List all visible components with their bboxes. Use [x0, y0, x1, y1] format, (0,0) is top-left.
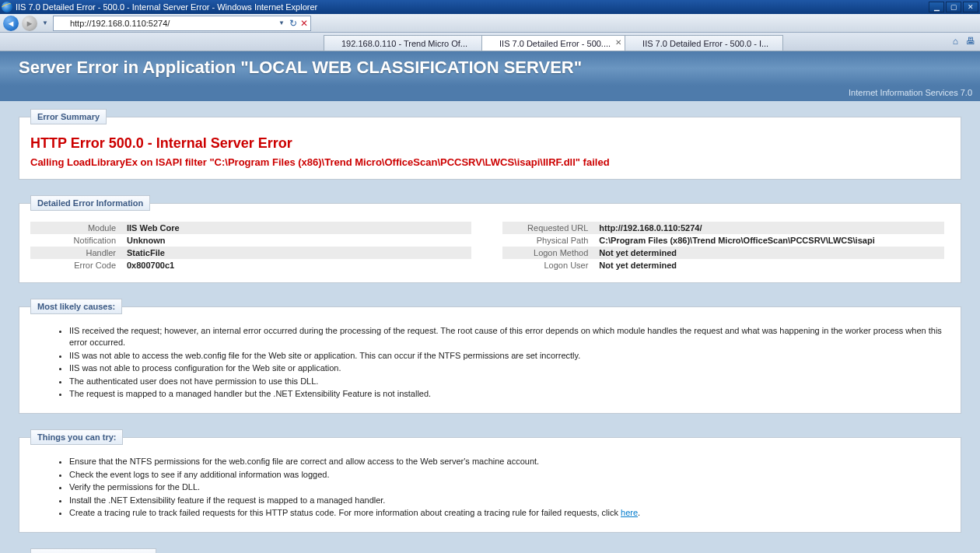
- window-titlebar: IIS 7.0 Detailed Error - 500.0 - Interna…: [0, 0, 980, 14]
- detailed-error-box: Detailed Error Information ModuleIIS Web…: [19, 195, 961, 283]
- list-item: Check the event logs to see if any addit…: [69, 469, 950, 481]
- iis-version-bar: Internet Information Services 7.0: [0, 86, 980, 101]
- table-row: Logon MethodNot yet determined: [502, 247, 943, 259]
- page-body: Server Error in Application "LOCAL WEB C…: [0, 51, 980, 553]
- tab-favicon: [487, 39, 496, 48]
- http-error-subtitle: Calling LoadLibraryEx on ISAPI filter "C…: [30, 156, 950, 168]
- tab-favicon: [329, 39, 338, 48]
- table-row: Physical PathC:\Program Files (x86)\Tren…: [502, 234, 943, 247]
- try-last-suffix: .: [638, 508, 640, 517]
- detail-table-right: Requested URLhttp://192.168.0.110:5274/ …: [502, 222, 943, 271]
- detail-val: Unknown: [124, 234, 471, 247]
- table-row: NotificationUnknown: [30, 234, 471, 247]
- detail-key: Error Code: [30, 259, 124, 271]
- detail-key: Module: [30, 222, 124, 234]
- print-icon[interactable]: 🖶: [966, 36, 975, 47]
- maximize-button[interactable]: ▢: [946, 2, 961, 12]
- things-to-try-box: Things you can try: Ensure that the NTFS…: [19, 429, 961, 533]
- list-item: IIS received the request; however, an in…: [69, 325, 950, 350]
- refresh-icon[interactable]: ↻: [289, 18, 297, 29]
- browser-navbar: ◄ ► ▼ ▼ ↻ ✕: [0, 14, 980, 33]
- detail-val: IIS Web Core: [124, 222, 471, 234]
- try-last-prefix: Create a tracing rule to track failed re…: [69, 508, 621, 517]
- detail-key: Logon Method: [502, 247, 596, 259]
- forward-button[interactable]: ►: [22, 16, 37, 31]
- detail-val: Not yet determined: [596, 259, 943, 271]
- window-title: IIS 7.0 Detailed Error - 500.0 - Interna…: [16, 2, 317, 12]
- detail-key: Logon User: [502, 259, 596, 271]
- error-summary-legend: Error Summary: [30, 109, 107, 124]
- back-button[interactable]: ◄: [3, 16, 19, 31]
- server-error-banner: Server Error in Application "LOCAL WEB C…: [0, 51, 980, 86]
- tracing-help-link[interactable]: here: [621, 508, 638, 517]
- tab-label: IIS 7.0 Detailed Error - 500....: [499, 39, 611, 48]
- table-row: Error Code0x800700c1: [30, 259, 471, 271]
- tab-favicon: [630, 39, 639, 48]
- stop-icon[interactable]: ✕: [300, 18, 308, 29]
- address-bar[interactable]: ▼ ↻ ✕: [53, 16, 311, 31]
- browser-tabbar: 192.168.0.110 - Trend Micro Of... IIS 7.…: [0, 33, 980, 51]
- things-to-try-list: Ensure that the NTFS permissions for the…: [69, 456, 950, 520]
- detail-table-left: ModuleIIS Web Core NotificationUnknown H…: [30, 222, 471, 271]
- table-row: Logon UserNot yet determined: [502, 259, 943, 271]
- minimize-button[interactable]: ▁: [929, 2, 944, 12]
- table-row: HandlerStaticFile: [30, 247, 471, 259]
- list-item: IIS was not able to process configuratio…: [69, 362, 950, 375]
- tab-label: IIS 7.0 Detailed Error - 500.0 - I...: [642, 39, 768, 48]
- list-item: Ensure that the NTFS permissions for the…: [69, 456, 950, 468]
- list-item: IIS was not able to access the web.confi…: [69, 350, 950, 362]
- likely-causes-legend: Most likely causes:: [30, 299, 122, 314]
- things-to-try-legend: Things you can try:: [30, 429, 123, 445]
- detail-key: Physical Path: [502, 234, 596, 247]
- tab-label: 192.168.0.110 - Trend Micro Of...: [341, 39, 467, 48]
- address-dropdown-icon[interactable]: ▼: [277, 19, 286, 26]
- history-dropdown-icon[interactable]: ▼: [40, 19, 50, 26]
- likely-causes-list: IIS received the request; however, an in…: [69, 325, 950, 401]
- detail-key: Requested URL: [502, 222, 596, 234]
- detail-key: Handler: [30, 247, 124, 259]
- http-error-title: HTTP Error 500.0 - Internal Server Error: [30, 135, 950, 152]
- list-item: The request is mapped to a managed handl…: [69, 388, 950, 401]
- links-more-info-box: Links and More Information This error me…: [19, 548, 961, 553]
- tab-iis-error-2[interactable]: IIS 7.0 Detailed Error - 500.0 - I...: [625, 35, 783, 51]
- tab-trend-micro[interactable]: 192.168.0.110 - Trend Micro Of...: [324, 35, 482, 51]
- detail-val: 0x800700c1: [124, 259, 471, 271]
- list-item: The authenticated user does not have per…: [69, 376, 950, 388]
- close-window-button[interactable]: ✕: [963, 2, 978, 12]
- detail-val: http://192.168.0.110:5274/: [596, 222, 943, 234]
- list-item: Verify the permissions for the DLL.: [69, 481, 950, 494]
- detail-val: C:\Program Files (x86)\Trend Micro\Offic…: [596, 234, 943, 247]
- detailed-error-legend: Detailed Error Information: [30, 195, 150, 211]
- url-input[interactable]: [70, 17, 274, 30]
- tab-iis-error-active[interactable]: IIS 7.0 Detailed Error - 500.... ✕: [481, 35, 625, 51]
- detail-val: Not yet determined: [596, 247, 943, 259]
- table-row: ModuleIIS Web Core: [30, 222, 471, 234]
- links-more-info-legend: Links and More Information: [30, 548, 156, 553]
- error-summary-box: Error Summary HTTP Error 500.0 - Interna…: [19, 109, 961, 180]
- page-icon: [56, 18, 67, 29]
- home-icon[interactable]: ⌂: [953, 36, 958, 47]
- tab-close-icon[interactable]: ✕: [615, 38, 621, 47]
- likely-causes-box: Most likely causes: IIS received the req…: [19, 299, 961, 414]
- detail-key: Notification: [30, 234, 124, 247]
- ie-icon: [2, 2, 12, 12]
- table-row: Requested URLhttp://192.168.0.110:5274/: [502, 222, 943, 234]
- detail-val: StaticFile: [124, 247, 471, 259]
- list-item: Create a tracing rule to track failed re…: [69, 507, 950, 520]
- list-item: Install the .NET Extensibility feature i…: [69, 495, 950, 507]
